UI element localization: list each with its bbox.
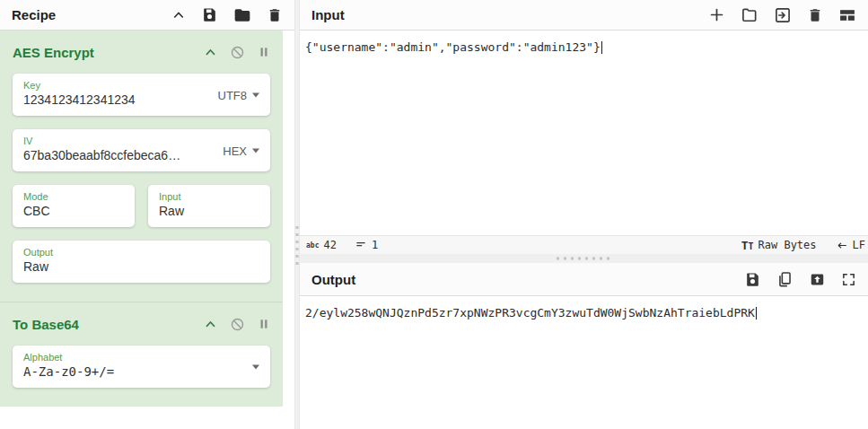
output-header: Output	[300, 263, 868, 296]
input-pane: Input {"username":"admin","password":"ad…	[300, 0, 868, 254]
maximise-output-icon[interactable]	[841, 272, 856, 287]
line-count-icon	[355, 239, 367, 251]
operation-to-base64-header[interactable]: To Base64	[0, 302, 283, 346]
arg-input: Input Raw	[148, 185, 270, 227]
breakpoint-pause-icon[interactable]	[258, 318, 270, 330]
recipe-pane: Recipe AES Encrypt Key 1234123412341234	[0, 0, 294, 429]
output-text: 2/eylw258wQNJQznPd5zr7xpNWzPR3vcgCmY3zwu…	[305, 306, 755, 320]
arg-alphabet-input[interactable]: A-Za-z0-9+/=	[23, 363, 259, 381]
open-output-in-new-icon[interactable]	[809, 271, 826, 288]
recipe-list: AES Encrypt Key 1234123412341234 UTF8 IV…	[0, 31, 283, 429]
operation-aes-encrypt[interactable]: AES Encrypt Key 1234123412341234 UTF8 IV…	[0, 31, 283, 302]
input-eol-selector[interactable]: LF	[835, 239, 865, 251]
text-cursor	[756, 307, 757, 320]
output-pane: Output 2/eylw258wQNJQznPd5zr7xpNWzPR3vcg…	[300, 263, 868, 429]
input-eol-value: LF	[853, 239, 865, 251]
input-encoding-selector[interactable]: TT Raw Bytes	[741, 239, 817, 251]
text-encoding-icon: TT	[741, 240, 754, 251]
save-output-icon[interactable]	[744, 271, 761, 288]
arg-key-type-dropdown[interactable]: UTF8	[218, 88, 260, 101]
eol-arrow-icon	[835, 240, 848, 251]
recipe-header: Recipe	[0, 0, 294, 31]
input-editor[interactable]: {"username":"admin","password":"admin123…	[300, 31, 868, 235]
splitter-grip	[296, 226, 299, 266]
disable-operation-icon[interactable]	[230, 45, 245, 60]
collapse-operation-icon[interactable]	[204, 46, 217, 59]
operation-aes-encrypt-header[interactable]: AES Encrypt	[0, 31, 283, 74]
input-output-splitter[interactable]	[300, 254, 868, 263]
operation-to-base64[interactable]: To Base64 Alphabet A-Za-z0-9+/=	[0, 302, 283, 407]
output-title: Output	[311, 272, 355, 287]
open-folder-icon[interactable]	[741, 6, 758, 24]
char-count-value: 42	[323, 239, 336, 251]
input-text: {"username":"admin","password":"admin123…	[305, 40, 601, 54]
input-title: Input	[311, 7, 345, 22]
io-pane: Input {"username":"admin","password":"ad…	[300, 0, 868, 429]
line-count: 1	[355, 239, 378, 251]
arg-mode: Mode CBC	[13, 185, 135, 227]
clear-recipe-icon[interactable]	[267, 7, 283, 23]
input-status-bar: abc 42 1 TT Raw Bytes LF	[300, 235, 868, 254]
arg-mode-label: Mode	[23, 190, 124, 203]
collapse-recipe-icon[interactable]	[171, 8, 186, 22]
recipe-title: Recipe	[12, 7, 56, 22]
chevron-down-icon	[252, 148, 259, 153]
arg-alphabet: Alphabet A-Za-z0-9+/=	[13, 346, 270, 388]
save-recipe-icon[interactable]	[201, 6, 218, 23]
arg-iv: IV 67ba30beaabf8ccfebeca6… HEX	[13, 129, 270, 171]
splitter-grip	[557, 258, 612, 260]
breakpoint-pause-icon[interactable]	[258, 46, 270, 58]
arg-input-label: Input	[159, 190, 259, 203]
chevron-down-icon	[252, 364, 259, 369]
arg-output-select[interactable]: Raw	[23, 258, 259, 276]
text-cursor	[601, 41, 602, 54]
arg-alphabet-label: Alphabet	[23, 351, 259, 363]
clear-io-trash-icon[interactable]	[807, 7, 823, 23]
open-file-input-icon[interactable]	[774, 6, 792, 24]
char-count-icon: abc	[306, 241, 319, 250]
load-recipe-icon[interactable]	[233, 6, 251, 24]
arg-mode-select[interactable]: CBC	[23, 203, 124, 220]
arg-output: Output Raw	[13, 241, 270, 283]
arg-iv-type-dropdown[interactable]: HEX	[223, 144, 259, 157]
arg-alphabet-dropdown[interactable]	[252, 364, 259, 369]
collapse-operation-icon[interactable]	[204, 318, 217, 331]
char-count: abc 42	[306, 239, 337, 251]
input-header: Input	[300, 0, 868, 31]
arg-input-select[interactable]: Raw	[159, 203, 259, 220]
input-encoding-value: Raw Bytes	[758, 239, 817, 251]
pane-layout-icon[interactable]	[838, 6, 856, 24]
arg-key: Key 1234123412341234 UTF8	[13, 74, 270, 116]
chevron-down-icon	[252, 92, 259, 97]
disable-operation-icon[interactable]	[230, 317, 245, 332]
output-editor[interactable]: 2/eylw258wQNJQznPd5zr7xpNWzPR3vcgCmY3zwu…	[300, 296, 868, 429]
line-count-value: 1	[372, 239, 378, 251]
add-input-tab-icon[interactable]	[708, 6, 725, 23]
copy-output-icon[interactable]	[776, 271, 793, 288]
operation-title: To Base64	[13, 317, 79, 332]
operation-title: AES Encrypt	[13, 45, 94, 60]
arg-output-label: Output	[23, 246, 259, 258]
